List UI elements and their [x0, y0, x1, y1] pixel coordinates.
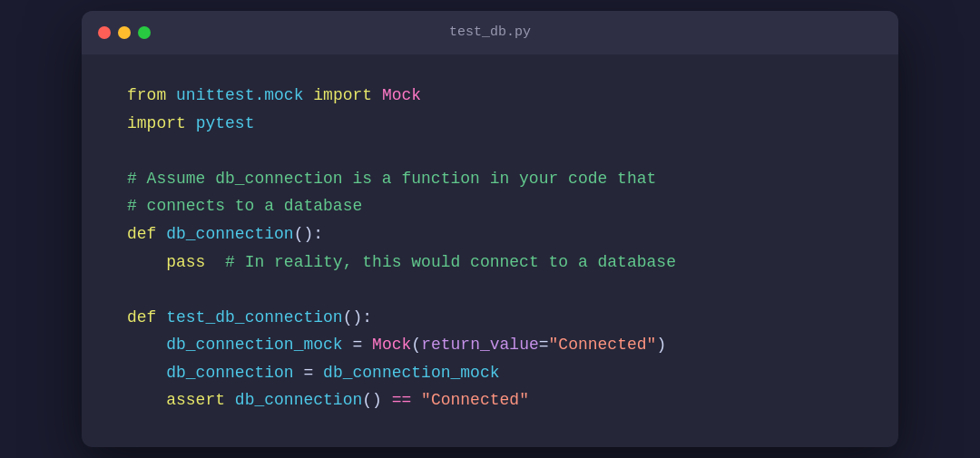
code-line-7: pass # In reality, this would connect to… [127, 248, 853, 277]
traffic-lights [98, 26, 151, 39]
code-line-10: db_connection_mock = Mock(return_value="… [127, 331, 853, 359]
code-line-6: def db_connection(): [127, 220, 853, 248]
minimize-button[interactable] [118, 26, 131, 39]
code-line-5: # connects to a database [127, 192, 853, 220]
code-line-12: assert db_connection() == "Connected" [127, 386, 853, 414]
code-line-4: # Assume db_connection is a function in … [127, 165, 853, 193]
empty-line-2 [127, 276, 853, 304]
code-line-11: db_connection = db_connection_mock [127, 359, 853, 387]
code-content: from unittest.mock import Mock import py… [82, 54, 898, 447]
titlebar: test_db.py [82, 11, 898, 54]
code-line-2: import pytest [127, 110, 853, 138]
code-line-9: def test_db_connection(): [127, 304, 853, 332]
close-button[interactable] [98, 26, 111, 39]
code-line-1: from unittest.mock import Mock [127, 82, 853, 110]
code-editor-window: test_db.py from unittest.mock import Moc… [82, 11, 898, 447]
empty-line-1 [127, 137, 853, 165]
window-title: test_db.py [449, 24, 531, 40]
maximize-button[interactable] [138, 26, 151, 39]
